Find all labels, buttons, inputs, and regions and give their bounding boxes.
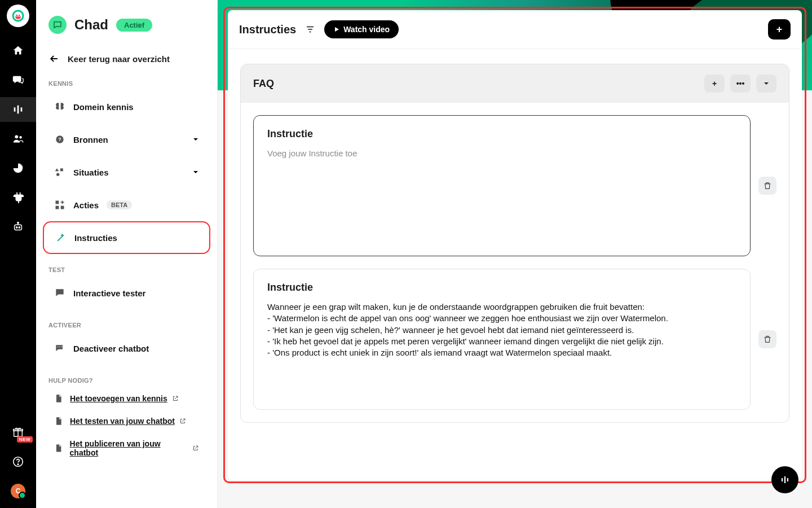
- nav-interactive-tester[interactable]: Interactieve tester: [43, 277, 210, 309]
- faq-group: FAQ + ••• Instructie Voeg jouw Instructi…: [240, 64, 789, 423]
- rail-knowledge[interactable]: [0, 97, 36, 122]
- wand-icon: [55, 232, 67, 243]
- assistant-fab[interactable]: [771, 466, 798, 493]
- page: Instructies Watch video + FAQ + •••: [218, 0, 812, 508]
- page-title: Instructies: [239, 23, 296, 36]
- svg-rect-26: [782, 478, 783, 481]
- chevron-down-icon: [763, 80, 770, 87]
- shapes-icon: [54, 167, 65, 178]
- svg-point-25: [61, 347, 63, 348]
- section-test: TEST: [36, 266, 217, 273]
- help-link-test-chatbot[interactable]: Het testen van jouw chatbot: [43, 410, 210, 432]
- nav-sources[interactable]: ? Bronnen: [43, 123, 210, 156]
- chevron-down-icon: [192, 135, 199, 144]
- svg-point-9: [16, 227, 17, 228]
- instruction-card[interactable]: Instructie Voeg jouw Instructie toe: [253, 115, 751, 256]
- svg-point-6: [15, 135, 18, 138]
- svg-point-24: [59, 347, 60, 348]
- faq-group-header: FAQ + •••: [241, 64, 789, 103]
- rail-help[interactable]: [0, 449, 36, 474]
- audio-bars-icon: [780, 475, 790, 485]
- nav-deactivate-chatbot[interactable]: Deactiveer chatbot: [43, 332, 210, 365]
- svg-point-10: [19, 227, 20, 228]
- external-link-icon: [192, 445, 199, 452]
- watch-video-button[interactable]: Watch video: [324, 20, 399, 38]
- document-icon: [54, 417, 63, 426]
- rail-integrations[interactable]: [0, 185, 36, 210]
- svg-rect-28: [787, 478, 788, 481]
- main-panel-body: FAQ + ••• Instructie Voeg jouw Instructi…: [228, 49, 802, 480]
- filter-icon[interactable]: [305, 24, 315, 34]
- help-link-add-knowledge[interactable]: Het toevoegen van kennis: [43, 387, 210, 410]
- svg-point-11: [17, 222, 19, 223]
- rail-whats-new[interactable]: NEW: [0, 420, 36, 445]
- document-icon: [54, 444, 63, 453]
- grid-add-icon: [54, 199, 65, 211]
- plus-icon: +: [776, 24, 783, 36]
- svg-point-1: [16, 15, 17, 16]
- svg-text:?: ?: [58, 137, 61, 142]
- rail-analytics[interactable]: [0, 156, 36, 181]
- faq-items: Instructie Voeg jouw Instructie toe Inst…: [241, 103, 789, 422]
- play-icon: [333, 26, 340, 33]
- nav-situations[interactable]: Situaties: [43, 156, 210, 189]
- section-activate: ACTIVEER: [36, 322, 217, 329]
- svg-rect-3: [14, 107, 16, 111]
- trash-icon: [763, 335, 772, 344]
- arrow-left-icon: [48, 53, 60, 64]
- nav-instructions[interactable]: Instructies: [43, 221, 210, 254]
- plus-icon: +: [712, 79, 717, 88]
- faq-group-title: FAQ: [253, 78, 274, 90]
- svg-point-23: [58, 347, 59, 348]
- instruction-item: Instructie Voeg jouw Instructie toe: [253, 115, 776, 256]
- brain-icon: [54, 101, 65, 112]
- trash-icon: [763, 181, 772, 190]
- bot-status-badge: Actief: [116, 19, 152, 32]
- svg-rect-22: [61, 206, 64, 209]
- brand-logo[interactable]: [7, 5, 29, 27]
- main-panel-header: Instructies Watch video +: [228, 10, 802, 49]
- svg-rect-18: [60, 168, 63, 171]
- svg-point-19: [56, 173, 59, 176]
- instruction-card[interactable]: Instructie Wanneer je een grap wilt make…: [253, 269, 751, 410]
- bot-name: Chad: [74, 17, 108, 33]
- svg-rect-8: [15, 225, 22, 230]
- back-to-overview[interactable]: Keer terug naar overzicht: [36, 47, 217, 77]
- sidebar: Chad Actief Keer terug naar overzicht KE…: [36, 0, 218, 508]
- main-panel: Instructies Watch video + FAQ + •••: [228, 10, 802, 480]
- avatar[interactable]: C: [11, 484, 25, 498]
- chevron-down-icon: [192, 168, 199, 177]
- chat-icon: [54, 287, 65, 299]
- delete-instruction-button[interactable]: [758, 177, 776, 195]
- external-link-icon: [172, 395, 179, 402]
- rail-contacts[interactable]: [0, 126, 36, 151]
- delete-instruction-button[interactable]: [758, 330, 776, 348]
- add-instruction-button[interactable]: +: [768, 19, 791, 40]
- instruction-label: Instructie: [267, 282, 736, 294]
- document-icon: [54, 394, 63, 403]
- rail-chat[interactable]: [0, 68, 36, 93]
- sidebar-header: Chad Actief: [36, 0, 217, 47]
- svg-rect-20: [56, 201, 59, 204]
- svg-point-7: [19, 136, 21, 138]
- external-link-icon: [179, 418, 186, 424]
- instruction-placeholder: Voeg jouw Instructie toe: [267, 148, 736, 159]
- nav-domain-knowledge[interactable]: Domein kennis: [43, 90, 210, 123]
- nav-actions[interactable]: Acties BETA: [43, 189, 210, 221]
- rail-bot[interactable]: [0, 214, 36, 239]
- faq-collapse-button[interactable]: [756, 75, 776, 93]
- rail-account[interactable]: C: [0, 479, 36, 503]
- svg-rect-21: [56, 206, 59, 209]
- svg-point-15: [17, 464, 19, 465]
- svg-rect-27: [784, 476, 785, 483]
- instruction-label: Instructie: [267, 128, 736, 140]
- faq-more-button[interactable]: •••: [730, 75, 751, 93]
- svg-point-2: [19, 15, 20, 16]
- section-help: HULP NODIG?: [36, 377, 217, 384]
- rail-home[interactable]: [0, 38, 36, 63]
- instruction-item: Instructie Wanneer je een grap wilt make…: [253, 269, 776, 410]
- svg-rect-4: [17, 106, 19, 114]
- beta-tag: BETA: [107, 200, 132, 209]
- faq-add-button[interactable]: +: [704, 75, 725, 93]
- help-link-publish-chatbot[interactable]: Het publiceren van jouw chatbot: [43, 432, 210, 464]
